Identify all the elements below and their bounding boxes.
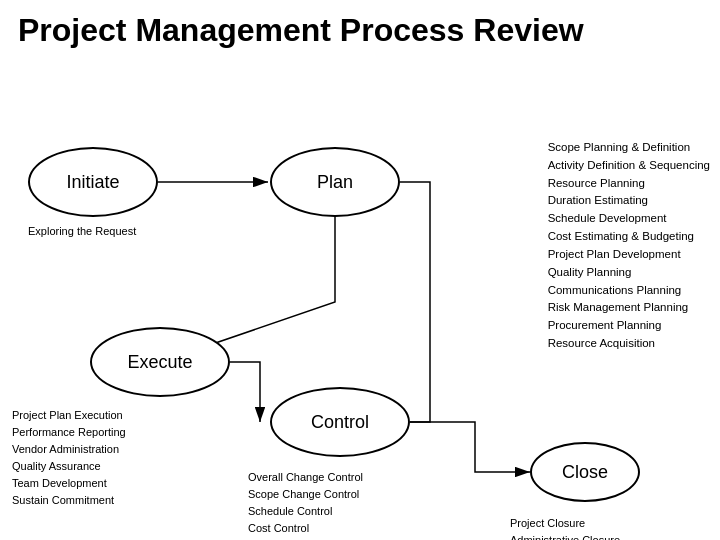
plan-item-8: Quality Planning: [548, 264, 710, 282]
execute-item-3: Vendor Administration: [12, 441, 126, 458]
initiate-sublabel: Exploring the Request: [28, 225, 136, 237]
page-title: Project Management Process Review: [0, 0, 720, 57]
control-item-2: Scope Change Control: [248, 486, 363, 503]
execute-label: Execute: [127, 352, 192, 373]
plan-item-5: Schedule Development: [548, 210, 710, 228]
control-item-4: Cost Control: [248, 520, 363, 537]
plan-item-11: Procurement Planning: [548, 317, 710, 335]
execute-item-2: Performance Reporting: [12, 424, 126, 441]
plan-item-4: Duration Estimating: [548, 192, 710, 210]
control-item-1: Overall Change Control: [248, 469, 363, 486]
close-items-list: Project Closure Administrative Closure: [510, 515, 620, 540]
plan-item-12: Resource Acquisition: [548, 335, 710, 353]
execute-items-list: Project Plan Execution Performance Repor…: [12, 407, 126, 509]
plan-item-6: Cost Estimating & Budgeting: [548, 228, 710, 246]
plan-item-9: Communications Planning: [548, 282, 710, 300]
plan-label: Plan: [317, 172, 353, 193]
control-items-list: Overall Change Control Scope Change Cont…: [248, 469, 363, 540]
plan-item-1: Scope Planning & Definition: [548, 139, 710, 157]
close-item-1: Project Closure: [510, 515, 620, 532]
execute-node: Execute: [90, 327, 230, 397]
plan-item-7: Project Plan Development: [548, 246, 710, 264]
initiate-label: Initiate: [66, 172, 119, 193]
execute-item-1: Project Plan Execution: [12, 407, 126, 424]
execute-item-6: Sustain Commitment: [12, 492, 126, 509]
plan-item-2: Activity Definition & Sequencing: [548, 157, 710, 175]
close-label: Close: [562, 462, 608, 483]
execute-item-4: Quality Assurance: [12, 458, 126, 475]
plan-items-list: Scope Planning & Definition Activity Def…: [548, 139, 710, 353]
control-node: Control: [270, 387, 410, 457]
plan-node: Plan: [270, 147, 400, 217]
plan-item-10: Risk Management Planning: [548, 299, 710, 317]
control-label: Control: [311, 412, 369, 433]
execute-item-5: Team Development: [12, 475, 126, 492]
diagram-area: Initiate Exploring the Request Plan Exec…: [0, 57, 720, 537]
close-node: Close: [530, 442, 640, 502]
control-item-3: Schedule Control: [248, 503, 363, 520]
plan-item-3: Resource Planning: [548, 175, 710, 193]
close-item-2: Administrative Closure: [510, 532, 620, 540]
initiate-node: Initiate: [28, 147, 158, 217]
